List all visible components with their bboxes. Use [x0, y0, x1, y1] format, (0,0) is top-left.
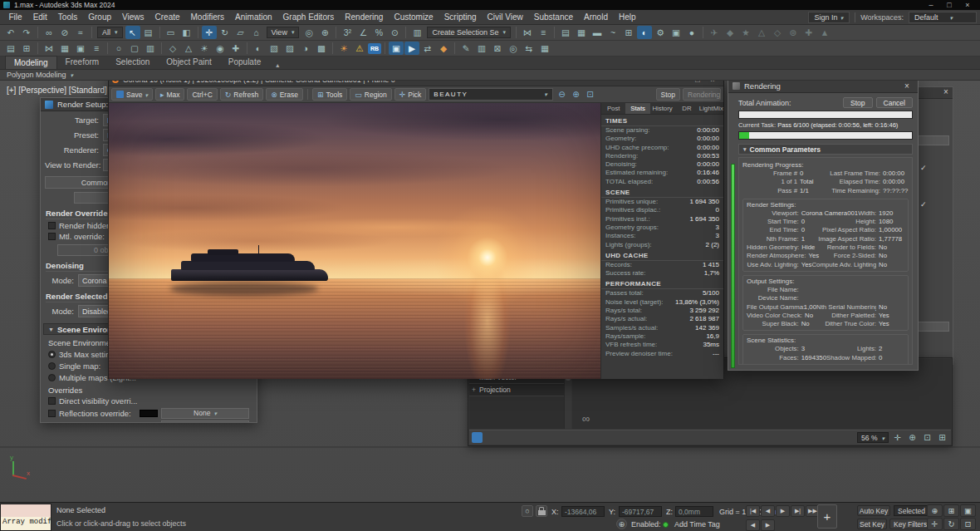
menu-item[interactable]: File [3, 12, 27, 22]
material-icon[interactable] [472, 432, 483, 443]
panel-button-stub[interactable] [918, 322, 949, 332]
select-and-link-icon[interactable]: ∞ [42, 26, 56, 39]
absolute-mode-toggle[interactable] [616, 519, 627, 529]
cancel-button[interactable]: Cancel [876, 97, 913, 108]
workspace-dropdown[interactable]: Default [909, 12, 977, 23]
vfb-tools-button[interactable]: Tools [312, 88, 347, 101]
spinner-snap-icon[interactable]: ⊙ [387, 26, 402, 39]
select-object-icon[interactable]: ↖ [125, 26, 140, 39]
play-button[interactable]: ▶ [776, 505, 790, 517]
menu-item[interactable]: Civil View [482, 12, 528, 22]
isolate-selection-icon[interactable]: ○ [111, 42, 126, 55]
add-key-button[interactable] [817, 504, 837, 529]
toggle-ribbon-icon[interactable]: ▬ [590, 26, 605, 39]
render-production-icon[interactable]: ● [684, 26, 699, 39]
close-button[interactable]: × [958, 1, 977, 9]
maximize-button[interactable]: □ [940, 1, 958, 9]
vfb-tab-history[interactable]: History [650, 103, 674, 114]
extra-tool-icon-1[interactable]: △ [754, 26, 769, 39]
ribbon-tab-freeform[interactable]: Freeform [57, 56, 108, 69]
vfb-tab-lightmix[interactable]: LightMix [699, 103, 723, 114]
vfb-refresh-button[interactable]: Refresh [220, 88, 263, 101]
create-layer-icon[interactable]: ⊞ [19, 42, 34, 55]
menu-item[interactable]: Rendering [340, 12, 389, 22]
utilities-icon[interactable]: ⊠ [490, 42, 505, 55]
scene-states-icon[interactable]: ▥ [143, 42, 158, 55]
corona-interactive-icon[interactable]: ▶ [404, 42, 419, 55]
menu-item[interactable]: Substance [528, 12, 578, 22]
zoom-in-icon[interactable]: ⊕ [570, 90, 581, 99]
selection-filter-dropdown[interactable]: All [97, 27, 123, 38]
menu-item[interactable]: Scripting [439, 12, 482, 22]
percent-snap-icon[interactable]: % [371, 26, 386, 39]
render-gallery-icon[interactable]: ◆ [723, 26, 737, 39]
script-editor-icon[interactable]: ✎ [458, 42, 473, 55]
zoom-in-icon[interactable]: ⊕ [906, 433, 919, 442]
extra-tool-icon-2[interactable]: ◇ [770, 26, 785, 39]
rendering-dialog-titlebar[interactable]: Rendering × [728, 80, 918, 93]
vfb-region-button[interactable]: Region [350, 88, 391, 101]
minimize-button[interactable]: – [922, 1, 940, 9]
add-time-tag[interactable]: Add Time Tag [674, 520, 720, 529]
zoom-icon[interactable]: ⊕ [927, 504, 943, 517]
sign-in-button[interactable]: Sign In [808, 12, 850, 23]
select-and-rotate-icon[interactable]: ↻ [218, 26, 233, 39]
corona-sun-icon[interactable]: ☀ [336, 42, 351, 55]
z-coordinate-field[interactable]: 0,0mm [675, 506, 713, 517]
extra-tool-icon-4[interactable]: ✚ [801, 26, 816, 39]
zoom-region-icon[interactable]: ⊡ [921, 433, 933, 442]
menu-item[interactable]: Modifiers [185, 12, 230, 22]
batch-render-icon[interactable]: ▦ [537, 42, 552, 55]
corona-vfb-icon[interactable]: ▣ [389, 42, 404, 55]
next-frame-button[interactable]: ▶| [791, 505, 805, 517]
corona-proxy-icon[interactable]: ◆ [436, 42, 451, 55]
reflections-color-swatch[interactable] [140, 410, 158, 417]
ribbon-tab-modeling[interactable]: Modeling [5, 56, 57, 69]
vfb-save-button[interactable]: Save [111, 88, 153, 101]
ribbon-tab-selection[interactable]: Selection [107, 56, 158, 69]
refractions-none-button[interactable]: None [161, 420, 249, 423]
menu-item[interactable]: Animation [230, 12, 277, 22]
snaps-toggle-icon[interactable]: 3² [340, 26, 355, 39]
corona-converter-icon[interactable]: ⇄ [420, 42, 435, 55]
pan-icon[interactable]: ✛ [891, 433, 904, 442]
vfb-tab-stats[interactable]: Stats [625, 103, 649, 114]
unlink-selection-icon[interactable]: ⊘ [57, 26, 72, 39]
vfb-tab-dr[interactable]: DR [674, 103, 698, 114]
extra-tool-icon-5[interactable]: ▲ [817, 26, 832, 39]
vfb-send-to-max-button[interactable]: Max [155, 88, 185, 101]
geometry-icon[interactable]: △ [181, 42, 196, 55]
go-to-start-button[interactable]: |◀ [746, 505, 760, 517]
reflections-override-checkbox[interactable]: Reflections override: [48, 409, 136, 418]
select-and-manipulate-icon[interactable]: ⊕ [317, 26, 332, 39]
menu-item[interactable]: Create [149, 12, 185, 22]
undo-icon[interactable]: ↶ [3, 26, 18, 39]
zoom-extents-icon[interactable]: ▣ [960, 504, 976, 517]
vfb-pick-button[interactable]: Pick [394, 88, 427, 101]
stop-button[interactable]: Stop [843, 97, 873, 108]
toggle-layer-explorer-icon[interactable]: ▦ [574, 26, 589, 39]
menu-item[interactable]: Help [613, 12, 641, 22]
shapes-icon[interactable]: ◇ [165, 42, 180, 55]
panel-dropdown-stub[interactable] [918, 135, 949, 145]
ribbon-tab-populate[interactable]: Populate [220, 56, 269, 69]
unwrap-uvw-icon[interactable]: ▨ [282, 42, 297, 55]
named-selection-sets-dropdown[interactable]: Create Selection Se [427, 27, 511, 38]
vfb-erase-button[interactable]: Erase [266, 88, 303, 101]
x-coordinate-field[interactable]: -13664,06 [561, 506, 605, 517]
select-and-move-icon[interactable]: ✛ [202, 26, 217, 39]
redo-icon[interactable]: ↷ [19, 26, 34, 39]
corona-warning-icon[interactable]: ⚠ [352, 42, 367, 55]
menu-item[interactable]: Group [83, 12, 117, 22]
vfb-stop-button[interactable]: Stop [656, 88, 681, 101]
render-setup-icon[interactable]: ⚙ [653, 26, 668, 39]
toggle-scene-explorer-icon[interactable]: ▤ [558, 26, 573, 39]
layer-manager-icon[interactable]: ▤ [3, 42, 18, 55]
cameras-icon[interactable]: ◉ [213, 42, 228, 55]
bind-to-space-warp-icon[interactable]: ≈ [73, 26, 88, 39]
menu-item[interactable]: Arnold [579, 12, 614, 22]
vfb-tab-post[interactable]: Post [601, 103, 625, 114]
display-floater-icon[interactable]: ▢ [127, 42, 142, 55]
menu-item[interactable]: Tools [52, 12, 82, 22]
fit-view-icon[interactable]: ⊞ [936, 433, 948, 442]
